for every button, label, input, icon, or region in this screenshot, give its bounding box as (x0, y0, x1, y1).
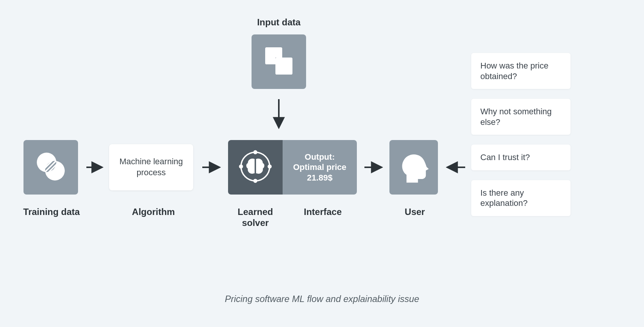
algorithm-label: Algorithm (129, 207, 178, 217)
questions-column: How was the price obtained? Why not some… (471, 53, 571, 226)
input-data-card (252, 34, 306, 89)
svg-point-22 (267, 165, 272, 169)
user-card (389, 140, 438, 195)
training-data-card (23, 140, 78, 195)
interface-line2: Optimal price (293, 162, 347, 173)
training-data-group (23, 140, 78, 195)
overlap-squares-icon (262, 44, 296, 79)
svg-point-17 (45, 161, 65, 181)
interface-line1: Output: (305, 152, 335, 162)
ml-explainability-diagram: Input data (0, 0, 644, 327)
input-data-label: Input data (245, 17, 313, 28)
interface-card: Output: Optimal price 21.89$ (283, 140, 357, 195)
algorithm-group: Machine learning process (109, 140, 193, 190)
interface-label: Interface (300, 207, 345, 217)
question-bubble: Why not something else? (471, 99, 571, 135)
algorithm-card: Machine learning process (109, 144, 193, 190)
input-data-group: Input data (245, 17, 313, 89)
learned-solver-group (228, 140, 283, 195)
algorithm-text-line2: process (136, 167, 166, 178)
user-group (389, 140, 438, 195)
svg-point-21 (239, 165, 243, 169)
learned-solver-card (228, 140, 283, 195)
training-data-label: Training data (22, 207, 81, 217)
question-bubble: Is there any explanation? (471, 180, 571, 216)
learned-solver-label: Learned solver (230, 207, 281, 229)
interface-line3: 21.89$ (307, 173, 332, 183)
question-bubble: How was the price obtained? (471, 53, 571, 89)
overlap-circles-icon (33, 149, 68, 185)
svg-rect-5 (275, 58, 292, 75)
user-label: User (398, 207, 432, 217)
algorithm-text-line1: Machine learning (119, 156, 183, 167)
interface-group: Output: Optimal price 21.89$ (283, 140, 357, 195)
question-bubble: Can I trust it? (471, 145, 571, 170)
user-head-icon (395, 147, 432, 188)
svg-point-19 (253, 150, 258, 154)
svg-point-20 (253, 179, 258, 183)
diagram-caption: Pricing software ML flow and explainabil… (0, 294, 644, 304)
brain-orbit-icon (235, 146, 276, 188)
